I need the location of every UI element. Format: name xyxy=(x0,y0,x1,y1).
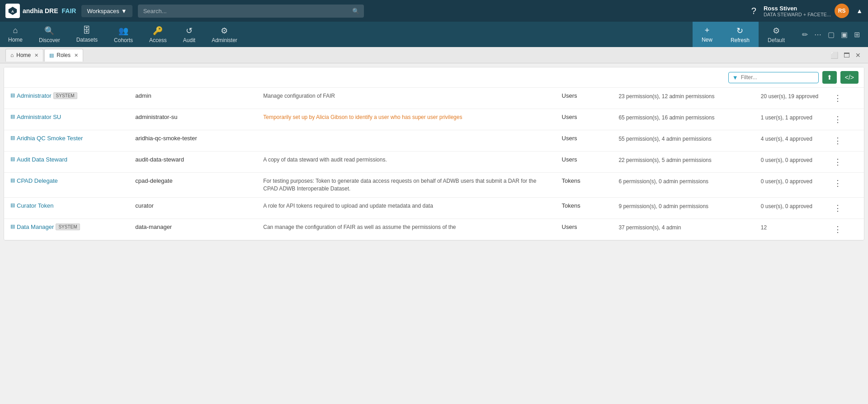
sidebar-item-discover[interactable]: 🔍 Discover xyxy=(31,22,68,47)
refresh-button[interactable]: ↻ Refresh xyxy=(722,22,759,47)
row-menu-button[interactable]: ⋮ xyxy=(832,156,844,168)
role-actions-cell: ⋮ xyxy=(826,109,864,130)
fair-label: FAIR xyxy=(62,7,76,14)
row-menu-button[interactable]: ⋮ xyxy=(832,92,844,104)
role-actions-cell: ⋮ xyxy=(826,219,864,240)
window-maximize-button[interactable]: 🗖 xyxy=(842,51,852,60)
role-actions-cell: ⋮ xyxy=(826,152,864,173)
role-desc-cell: For testing purposes: Token to generate … xyxy=(257,173,555,198)
role-users-cell: 20 user(s), 19 approved xyxy=(755,88,826,109)
roles-tab-close[interactable]: ✕ xyxy=(74,52,78,58)
user-role: DATA STEWARD + FACETE... xyxy=(764,12,831,17)
administer-label: Administer xyxy=(212,37,237,43)
default-label: Default xyxy=(768,37,785,43)
new-button[interactable]: + New xyxy=(693,22,722,47)
avatar[interactable]: RS xyxy=(835,4,849,18)
role-name-link[interactable]: Aridhia QC Smoke Tester xyxy=(17,135,83,142)
sidebar-item-datasets[interactable]: 🗄 Datasets xyxy=(68,22,106,47)
role-name-cell: ▤ Administrator SU xyxy=(4,109,129,130)
role-description: Can manage the configuration of FAIR as … xyxy=(263,224,456,230)
role-name-link[interactable]: Data Manager xyxy=(17,223,54,230)
role-name-link[interactable]: CPAD Delegate xyxy=(17,177,58,184)
chevron-down-icon: ▼ xyxy=(121,8,127,14)
role-user-count: 4 user(s), 4 approved xyxy=(761,136,812,142)
role-id-cell: administrator-su xyxy=(129,109,257,130)
access-icon: 🔑 xyxy=(153,26,163,36)
edit-view-button[interactable]: ✏ xyxy=(799,29,811,41)
role-type-cell: Tokens xyxy=(556,173,613,198)
window-close-button[interactable]: ✕ xyxy=(854,51,863,60)
row-menu-button[interactable]: ⋮ xyxy=(832,177,844,189)
role-user-count: 0 user(s), 0 approved xyxy=(761,203,812,209)
role-perms-cell: 55 permission(s), 4 admin permissions xyxy=(612,130,754,152)
audit-label: Audit xyxy=(183,37,195,43)
role-name-link[interactable]: Audit Data Steward xyxy=(17,156,67,163)
role-user-count: 12 xyxy=(761,224,767,231)
toolbar-right: + New ↻ Refresh ⚙ Default ✏ ⋯ ▢ ▣ ⊞ xyxy=(693,22,868,47)
table-row: ▤ CPAD Delegate cpad-delegate For testin… xyxy=(4,173,864,198)
role-name-link[interactable]: Curator Token xyxy=(17,202,53,209)
top-navigation: A andhia DRE FAIR New Workspaces ▼ 🔍 ? R… xyxy=(0,0,868,22)
search-input[interactable] xyxy=(138,5,364,18)
role-name-cell: ▤ Administrator SYSTEM xyxy=(4,88,129,109)
role-users-cell: 0 user(s), 0 approved xyxy=(755,197,826,219)
role-icon: ▤ xyxy=(10,202,15,208)
role-name-cell: ▤ Audit Data Steward xyxy=(4,152,129,173)
role-perms-cell: 23 permission(s), 12 admin permissions xyxy=(612,88,754,109)
export-button[interactable]: ⬆ xyxy=(822,71,837,84)
role-name-link[interactable]: Administrator xyxy=(17,92,52,99)
role-name-link[interactable]: Administrator SU xyxy=(17,114,61,120)
role-users-cell: 4 user(s), 4 approved xyxy=(755,130,826,152)
row-menu-button[interactable]: ⋮ xyxy=(832,223,844,235)
home-label: Home xyxy=(8,37,23,43)
code-button[interactable]: </> xyxy=(840,71,859,84)
role-icon: ▤ xyxy=(10,114,15,119)
role-id: administrator-su xyxy=(135,114,177,120)
role-actions-cell: ⋮ xyxy=(826,88,864,109)
role-users-cell: 0 user(s), 0 approved xyxy=(755,152,826,173)
row-menu-button[interactable]: ⋮ xyxy=(832,135,844,147)
collapse-button[interactable]: ▲ xyxy=(856,7,863,14)
grid-view-button[interactable]: ⊞ xyxy=(851,29,863,41)
search-bar: 🔍 xyxy=(138,5,364,18)
default-button[interactable]: ⚙ Default xyxy=(759,22,794,47)
workspaces-button[interactable]: New Workspaces ▼ xyxy=(81,5,132,17)
sidebar-item-administer[interactable]: ⚙ Administer xyxy=(203,22,245,47)
code-icon: </> xyxy=(845,74,854,81)
role-desc-cell: Manage configuration of FAIR xyxy=(257,88,555,109)
role-icon: ▤ xyxy=(10,223,15,229)
logo-icon: A xyxy=(5,4,20,18)
sidebar-item-audit[interactable]: ↺ Audit xyxy=(175,22,203,47)
sidebar-item-access[interactable]: 🔑 Access xyxy=(141,22,175,47)
role-perms-cell: 9 permission(s), 0 admin permissions xyxy=(612,197,754,219)
dots-view-button[interactable]: ⋯ xyxy=(811,29,824,41)
sidebar-item-home[interactable]: ⌂ Home xyxy=(0,22,31,47)
role-actions-cell: ⋮ xyxy=(826,197,864,219)
filter-bar: ▼ ⬆ </> xyxy=(4,67,864,88)
square-view-button[interactable]: ▢ xyxy=(825,29,837,41)
search-icon: 🔍 xyxy=(352,8,359,14)
table-row: ▤ Audit Data Steward audit-data-steward … xyxy=(4,152,864,173)
sidebar-item-cohorts[interactable]: 👥 Cohorts xyxy=(106,22,141,47)
filter-input[interactable] xyxy=(741,74,809,81)
role-id-cell: admin xyxy=(129,88,257,109)
role-permissions: 6 permission(s), 0 admin permissions xyxy=(618,178,708,185)
row-menu-button[interactable]: ⋮ xyxy=(832,114,844,125)
role-description: A role for API tokens required to upload… xyxy=(263,203,433,209)
role-id: curator xyxy=(135,202,153,209)
help-button[interactable]: ? xyxy=(751,6,756,16)
role-id: audit-data-steward xyxy=(135,156,184,163)
window-restore-button[interactable]: ⬜ xyxy=(829,51,840,60)
role-name-cell: ▤ CPAD Delegate xyxy=(4,173,129,198)
system-badge: SYSTEM xyxy=(53,92,77,99)
tab-roles[interactable]: ▤ Roles ✕ xyxy=(44,49,83,62)
role-permissions: 55 permission(s), 4 admin permissions xyxy=(618,136,711,142)
role-desc-cell: A role for API tokens required to upload… xyxy=(257,197,555,219)
tab-home[interactable]: ⌂ Home ✕ xyxy=(5,49,43,62)
home-tab-close[interactable]: ✕ xyxy=(34,52,38,58)
home-tab-label: Home xyxy=(16,52,31,58)
role-type-cell: Users xyxy=(556,219,613,240)
row-menu-button[interactable]: ⋮ xyxy=(832,202,844,214)
role-users-cell: 0 user(s), 0 approved xyxy=(755,173,826,198)
split-view-button[interactable]: ▣ xyxy=(838,29,850,41)
